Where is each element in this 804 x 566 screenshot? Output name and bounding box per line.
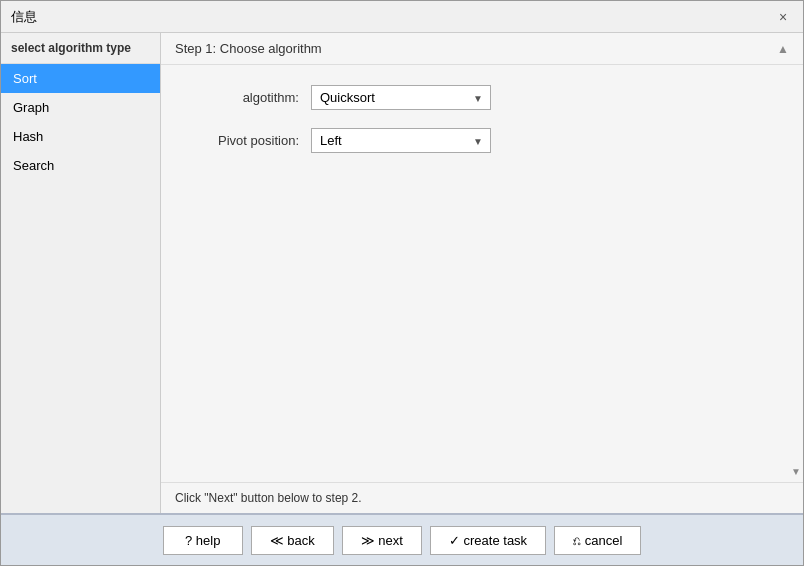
title-bar: 信息 × [1,1,803,33]
pivot-field-row: Pivot position: Left Right Middle Random [181,128,783,153]
scroll-up-arrow: ▲ [777,42,789,56]
step-header: Step 1: Choose algorithm ▲ [161,33,803,65]
algorithm-field-row: algotithm: Quicksort Mergesort Bubblesor… [181,85,783,110]
sidebar-item-search[interactable]: Search [1,151,160,180]
footer: ? help ≪ back ≫ next ✓ create task ⎌ can… [1,513,803,565]
algorithm-select-wrapper: Quicksort Mergesort Bubblesort Heapsort [311,85,491,110]
window-title: 信息 [11,8,37,26]
sidebar-item-hash[interactable]: Hash [1,122,160,151]
main-content: select algorithm type Sort Graph Hash Se… [1,33,803,513]
right-panel: Step 1: Choose algorithm ▲ algotithm: Qu… [161,33,803,513]
hint-text: Click "Next" button below to step 2. [175,491,362,505]
next-button[interactable]: ≫ next [342,526,422,555]
pivot-label: Pivot position: [181,133,311,148]
back-button[interactable]: ≪ back [251,526,334,555]
close-button[interactable]: × [773,7,793,27]
scroll-down-arrow: ▼ [791,466,801,477]
sidebar-header: select algorithm type [1,33,160,64]
step-header-label: Step 1: Choose algorithm [175,41,322,56]
create-task-button[interactable]: ✓ create task [430,526,546,555]
sidebar-item-graph[interactable]: Graph [1,93,160,122]
sidebar: select algorithm type Sort Graph Hash Se… [1,33,161,513]
cancel-button[interactable]: ⎌ cancel [554,526,641,555]
pivot-select-wrapper: Left Right Middle Random [311,128,491,153]
help-button[interactable]: ? help [163,526,243,555]
algorithm-select[interactable]: Quicksort Mergesort Bubblesort Heapsort [311,85,491,110]
pivot-select[interactable]: Left Right Middle Random [311,128,491,153]
algorithm-label: algotithm: [181,90,311,105]
main-window: 信息 × select algorithm type Sort Graph Ha… [0,0,804,566]
sidebar-item-sort[interactable]: Sort [1,64,160,93]
hint-bar: Click "Next" button below to step 2. [161,482,803,513]
form-area: algotithm: Quicksort Mergesort Bubblesor… [161,65,803,482]
